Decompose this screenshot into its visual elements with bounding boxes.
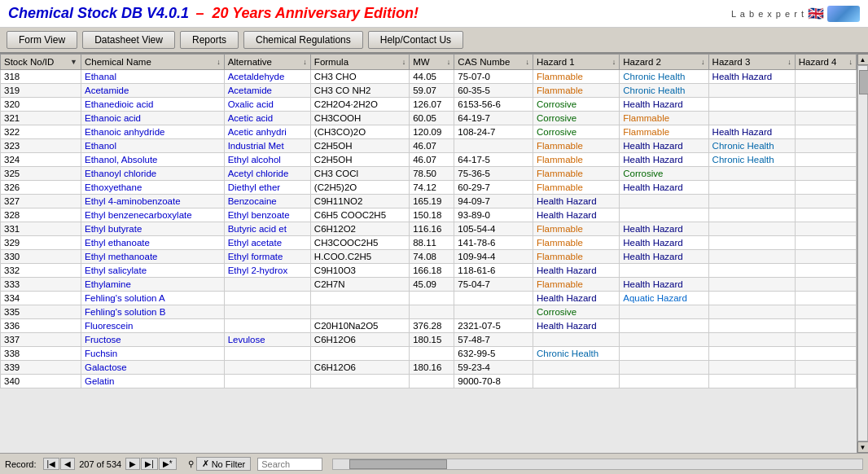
- record-info: 207 of 534: [79, 459, 121, 469]
- cell-0: 334: [1, 292, 81, 305]
- sort-arrow-3: ↓: [402, 58, 406, 66]
- cell-1: Ethyl ethanoate: [81, 236, 224, 250]
- table-row[interactable]: 333EthylamineC2H7N45.0975-04-7FlammableH…: [1, 278, 857, 292]
- cell-4: [410, 292, 454, 305]
- cell-9: [795, 139, 856, 153]
- cell-7: Health Hazard: [620, 139, 708, 153]
- nav-prev[interactable]: ◀: [60, 458, 75, 470]
- cell-1: Ethyl methanoate: [81, 250, 224, 264]
- cell-9: [795, 112, 856, 125]
- no-filter-button[interactable]: ✗ No Filter: [196, 457, 252, 471]
- scroll-down-arrow[interactable]: ▼: [857, 441, 869, 453]
- table-row[interactable]: 319AcetamideAcetamideCH3 CO NH259.0760-3…: [1, 84, 857, 98]
- table-row[interactable]: 338Fuchsin632-99-5Chronic Health: [1, 347, 857, 361]
- cell-2: Ethyl formate: [224, 250, 310, 264]
- table-row[interactable]: 323EthanolIndustrial MetC2H5OH46.07Flamm…: [1, 139, 857, 153]
- cell-7: Flammable: [620, 125, 708, 139]
- cell-2: [224, 319, 310, 333]
- cell-1: Ethanol: [81, 139, 224, 153]
- col-hazard3[interactable]: Hazard 3↓: [708, 55, 795, 70]
- table-row[interactable]: 328Ethyl benzenecarboxylateEthyl benzoat…: [1, 208, 857, 222]
- vertical-scrollbar[interactable]: ▲ ▼: [857, 54, 868, 453]
- table-row[interactable]: 320Ethanedioic acidOxalic acidC2H2O4·2H2…: [1, 98, 857, 112]
- table-scroll[interactable]: Stock No/ID▼ Chemical Name↓ Alternative↓…: [0, 54, 857, 453]
- no-filter-icon: ✗: [202, 459, 209, 469]
- table-row[interactable]: 324Ethanol, AbsoluteEthyl alcoholC2H5OH4…: [1, 153, 857, 167]
- form-view-button[interactable]: Form View: [7, 31, 77, 49]
- cell-8: [708, 264, 795, 278]
- cell-2: Acetic anhydri: [224, 125, 310, 139]
- sort-arrow-8: ↓: [787, 58, 791, 66]
- cell-0: 322: [1, 125, 81, 139]
- cell-3: CH3 CHO: [310, 70, 409, 84]
- cell-2: Oxalic acid: [224, 98, 310, 112]
- cell-7: [620, 375, 708, 388]
- cell-4: 46.07: [410, 153, 454, 167]
- scroll-up-arrow[interactable]: ▲: [857, 54, 869, 65]
- table-row[interactable]: 327Ethyl 4-aminobenzoateBenzocaineC9H11N…: [1, 195, 857, 208]
- col-hazard4[interactable]: Hazard 4↓: [795, 55, 856, 70]
- cell-6: Health Hazard: [533, 292, 620, 305]
- table-row[interactable]: 331Ethyl butyrateButyric acid etC6H12O21…: [1, 222, 857, 236]
- cell-0: 339: [1, 361, 81, 375]
- cell-7: [620, 208, 708, 222]
- cell-0: 328: [1, 208, 81, 222]
- col-alternative[interactable]: Alternative↓: [224, 55, 310, 70]
- nav-first[interactable]: |◀: [43, 458, 60, 470]
- table-row[interactable]: 322Ethanoic anhydrideAcetic anhydri(CH3C…: [1, 125, 857, 139]
- filter-area: ⚲ ✗ No Filter: [188, 457, 252, 471]
- horizontal-scrollbar[interactable]: [332, 459, 863, 470]
- table-row[interactable]: 339GalactoseC6H12O6180.1659-23-4: [1, 361, 857, 375]
- table-row[interactable]: 325Ethanoyl chlorideAcetyl chlorideCH3 C…: [1, 167, 857, 181]
- cell-3: [310, 292, 409, 305]
- datasheet-view-button[interactable]: Datasheet View: [82, 31, 175, 49]
- table-row[interactable]: 334Fehling's solution AHealth HazardAqua…: [1, 292, 857, 305]
- search-input[interactable]: [257, 458, 322, 471]
- h-scroll-thumb[interactable]: [349, 459, 447, 469]
- table-row[interactable]: 329Ethyl ethanoateEthyl acetateCH3COOC2H…: [1, 236, 857, 250]
- scroll-thumb[interactable]: [859, 70, 868, 94]
- nav-next[interactable]: ▶: [125, 458, 140, 470]
- cell-8: [708, 181, 795, 195]
- cell-6: Flammable: [533, 236, 620, 250]
- col-formula[interactable]: Formula↓: [310, 55, 409, 70]
- cell-5: 9000-70-8: [454, 375, 533, 388]
- table-row[interactable]: 340Gelatin9000-70-8: [1, 375, 857, 388]
- table-row[interactable]: 335Fehling's solution BCorrosive: [1, 305, 857, 319]
- table-row[interactable]: 336FluoresceinC20H10Na2O5376.282321-07-5…: [1, 319, 857, 333]
- table-row[interactable]: 318EthanalAcetaldehydeCH3 CHO44.0575-07-…: [1, 70, 857, 84]
- cell-0: 318: [1, 70, 81, 84]
- table-row[interactable]: 332Ethyl salicylateEthyl 2-hydroxC9H10O3…: [1, 264, 857, 278]
- table-row[interactable]: 330Ethyl methanoateEthyl formateH.COO.C2…: [1, 250, 857, 264]
- statusbar: Record: |◀ ◀ 207 of 534 ▶ ▶| ▶* ⚲ ✗ No F…: [0, 453, 868, 474]
- table-row[interactable]: 321Ethanoic acidAcetic acidCH3COOH60.056…: [1, 112, 857, 125]
- col-cas[interactable]: CAS Numbe↓: [454, 55, 533, 70]
- scroll-track[interactable]: [857, 65, 868, 441]
- chemical-regulations-button[interactable]: Chemical Regulations: [243, 31, 363, 49]
- cell-7: Health Hazard: [620, 236, 708, 250]
- cell-9: [795, 167, 856, 181]
- cell-9: [795, 361, 856, 375]
- col-chemical-name[interactable]: Chemical Name↓: [81, 55, 224, 70]
- cell-2: Butyric acid et: [224, 222, 310, 236]
- nav-new[interactable]: ▶*: [159, 458, 177, 470]
- sort-arrow-2: ↓: [303, 58, 307, 66]
- cell-6: Flammable: [533, 70, 620, 84]
- cell-4: [410, 375, 454, 388]
- cell-2: Ethyl alcohol: [224, 153, 310, 167]
- table-row[interactable]: 326EthoxyethaneDiethyl ether(C2H5)2O74.1…: [1, 181, 857, 195]
- cell-8: [708, 236, 795, 250]
- help-button[interactable]: Help/Contact Us: [368, 31, 463, 49]
- col-stock-no[interactable]: Stock No/ID▼: [1, 55, 81, 70]
- table-row[interactable]: 337FructoseLevuloseC6H12O6180.1557-48-7: [1, 333, 857, 347]
- cell-6: [533, 361, 620, 375]
- col-hazard1[interactable]: Hazard 1↓: [533, 55, 620, 70]
- col-hazard2[interactable]: Hazard 2↓: [620, 55, 708, 70]
- cell-9: [795, 153, 856, 167]
- cell-4: 116.16: [410, 222, 454, 236]
- col-mw[interactable]: MW↓: [410, 55, 454, 70]
- reports-button[interactable]: Reports: [180, 31, 239, 49]
- nav-last[interactable]: ▶|: [141, 458, 158, 470]
- cell-8: [708, 292, 795, 305]
- cell-3: C6H12O6: [310, 361, 409, 375]
